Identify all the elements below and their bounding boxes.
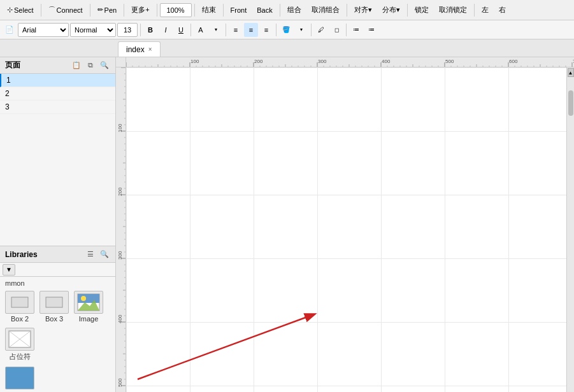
ungroup-button[interactable]: 取消组合 — [307, 3, 344, 18]
libraries-title: Libraries — [5, 250, 38, 259]
connect-button[interactable]: ⌒ Connect — [44, 3, 87, 18]
lib-item-placeholder-icon — [5, 328, 34, 351]
lib-item-box3-label: Box 3 — [45, 315, 63, 323]
number-list-button[interactable]: ≔ — [364, 23, 378, 37]
svg-point-5 — [81, 296, 86, 301]
scrollbar-up-btn[interactable]: ▲ — [568, 68, 574, 77]
line-color-button[interactable]: 🖊 — [314, 23, 328, 37]
sep7 — [280, 4, 280, 17]
page-item-3[interactable]: 3 — [0, 101, 115, 114]
vertical-scrollbar[interactable]: ▲ — [566, 67, 574, 392]
lib-item-placeholder[interactable]: 占位符 — [5, 328, 34, 361]
pages-header-icons: 📋 ⧉ 🔍 — [71, 60, 110, 71]
box3-svg — [45, 296, 64, 309]
align-button[interactable]: 对齐▾ — [350, 3, 377, 18]
align-right-button[interactable]: ≡ — [259, 23, 273, 37]
font-style-select[interactable]: Normal — [70, 23, 116, 37]
bold-button[interactable]: B — [143, 23, 157, 37]
libraries-header: Libraries ☰ 🔍 — [0, 246, 115, 263]
page-item-2[interactable]: 2 — [0, 87, 115, 101]
ruler-vertical — [116, 67, 126, 392]
lib-item-placeholder-label: 占位符 — [10, 352, 31, 361]
lib-item-box3[interactable]: Box 3 — [39, 291, 69, 323]
align-center-button[interactable]: ≡ — [244, 23, 258, 37]
library-dropdown[interactable]: ▼ — [3, 264, 15, 276]
placeholder-svg — [8, 330, 31, 348]
lib-item-partial-icon — [5, 367, 34, 389]
lib-item-box3-icon — [39, 291, 69, 314]
sep5 — [194, 4, 195, 17]
front-button[interactable]: Front — [226, 3, 252, 18]
sep3 — [124, 4, 124, 17]
toolbar-row2: 📄 Arial Normal B I U A ▾ ≡ ≡ ≡ 🪣 ▾ 🖊 ◻ ≔… — [0, 20, 574, 39]
ruler-horizontal — [126, 57, 574, 67]
sep2 — [90, 4, 90, 17]
right-button[interactable]: 右 — [494, 3, 510, 18]
fmt-sep3 — [226, 24, 226, 36]
box2-svg — [10, 296, 29, 309]
lib-item-box2[interactable]: Box 2 — [5, 291, 34, 323]
scrollbar-thumb[interactable] — [568, 90, 573, 116]
lib-partial-row — [0, 364, 115, 392]
sep9 — [407, 4, 408, 17]
sep10 — [474, 4, 475, 17]
back-button[interactable]: Back — [252, 3, 276, 18]
pages-copy-icon[interactable]: ⧉ — [85, 60, 96, 71]
pen-button[interactable]: ✏ Pen — [93, 3, 122, 18]
canvas-and-scrollbar: ▲ — [126, 67, 574, 392]
font-size-input[interactable] — [117, 23, 138, 37]
canvas-main-area: ▲ — [126, 57, 574, 392]
pages-search-icon[interactable]: 🔍 — [99, 60, 110, 71]
lib-item-image[interactable]: Image — [74, 291, 103, 323]
align-left-button[interactable]: ≡ — [229, 23, 243, 37]
fill-icon: 🪣 — [282, 26, 290, 33]
main-layout: 页面 📋 ⧉ 🔍 1 2 3 Libraries ☰ 🔍 — [0, 57, 574, 392]
fill-color-button[interactable]: 🪣 — [279, 23, 293, 37]
connect-icon: ⌒ — [48, 5, 55, 15]
canvas-container: ▲ — [116, 57, 574, 392]
libraries-search-icon[interactable]: 🔍 — [99, 249, 110, 260]
shadow-button[interactable]: ◻ — [329, 23, 343, 37]
fill-color-dropdown[interactable]: ▾ — [294, 23, 308, 37]
pages-add-icon[interactable]: 📋 — [71, 60, 82, 71]
zoom-input[interactable] — [160, 3, 192, 17]
svg-rect-0 — [11, 297, 28, 307]
font-family-select[interactable]: Arial — [18, 23, 69, 37]
lock-button[interactable]: 锁定 — [410, 3, 433, 18]
canvas-with-rulers: ▲ — [116, 57, 574, 392]
fmt-sep1 — [140, 24, 141, 36]
lib-item-partial[interactable] — [5, 367, 34, 389]
select-icon: ⊹ — [7, 6, 13, 14]
bullet-button[interactable]: ≔ — [349, 23, 363, 37]
underline-button[interactable]: U — [174, 23, 188, 37]
pages-header: 页面 📋 ⧉ 🔍 — [0, 57, 115, 74]
fmt-sep4 — [276, 24, 276, 36]
more-button[interactable]: 更多+ — [127, 3, 154, 18]
library-items-grid: Box 2 Box 3 — [0, 288, 115, 364]
font-color-dropdown[interactable]: ▾ — [209, 23, 223, 37]
group-button[interactable]: 组合 — [283, 3, 306, 18]
lib-item-box2-label: Box 2 — [11, 315, 29, 323]
pen-icon: ✏ — [97, 6, 103, 14]
page-item-1[interactable]: 1 — [0, 74, 115, 87]
ruler-corner — [116, 57, 126, 67]
svg-rect-1 — [46, 297, 62, 307]
libraries-menu-icon[interactable]: ☰ — [85, 249, 96, 260]
lib-item-box2-icon — [5, 291, 34, 314]
italic-button[interactable]: I — [159, 23, 173, 37]
canvas-scroll-area[interactable] — [126, 67, 566, 392]
line-icon: 🖊 — [318, 26, 324, 33]
format-icon-btn[interactable]: 📄 — [3, 23, 17, 37]
left-button[interactable]: 左 — [477, 3, 493, 18]
tab-label: index — [126, 45, 145, 54]
select-button[interactable]: ⊹ Select — [3, 3, 38, 18]
sep8 — [347, 4, 347, 17]
end-button[interactable]: 结束 — [197, 3, 220, 18]
tab-index[interactable]: index × — [118, 41, 161, 57]
libraries-toolbar: ▼ — [0, 263, 115, 277]
distribute-button[interactable]: 分布▾ — [378, 3, 405, 18]
font-color-button[interactable]: A — [194, 23, 208, 37]
unlock-button[interactable]: 取消锁定 — [434, 3, 471, 18]
toolbar-row1: ⊹ Select ⌒ Connect ✏ Pen 更多+ 结束 Front Ba… — [0, 0, 574, 20]
tab-close-icon[interactable]: × — [148, 46, 152, 53]
